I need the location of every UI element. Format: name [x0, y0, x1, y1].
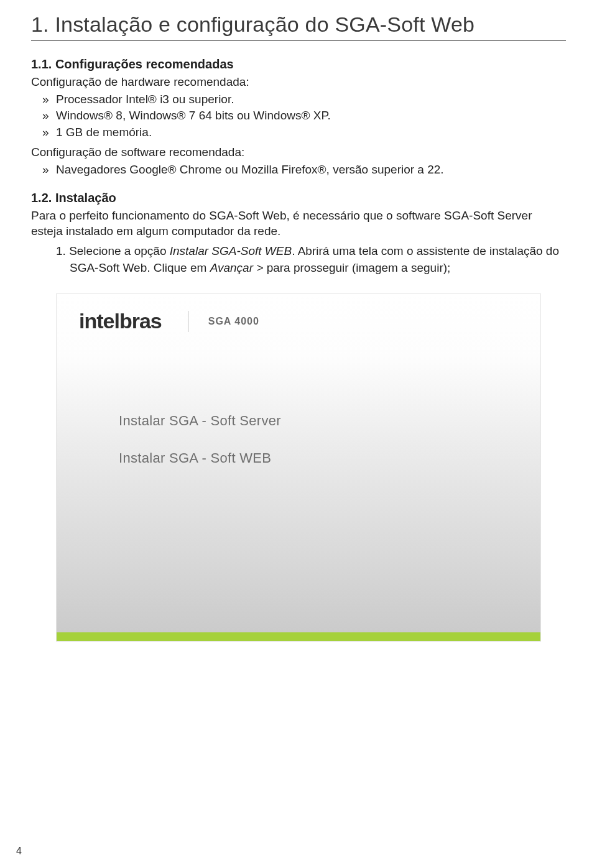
section-1-1-title: 1.1. Configurações recomendadas	[31, 57, 566, 72]
section-1-2-intro: Para o perfeito funcionamento do SGA-Sof…	[31, 208, 566, 239]
list-item: Processador Intel® i3 ou superior.	[31, 91, 566, 108]
section-1-2: 1.2. Instalação Para o perfeito funciona…	[31, 191, 566, 276]
hw-bullet-list: Processador Intel® i3 ou superior. Windo…	[31, 91, 566, 141]
page-title: 1. Instalação e configuração do SGA-Soft…	[31, 12, 566, 41]
section-1-1: 1.1. Configurações recomendadas Configur…	[31, 57, 566, 178]
step-1: 1. Selecione a opção Instalar SGA-Soft W…	[56, 243, 566, 276]
sw-config-intro: Configuração de software recomendada:	[31, 144, 566, 160]
divider	[188, 311, 188, 332]
step-text-c: para prosseguir (imagem a seguir);	[263, 261, 450, 274]
installer-window: intelbras SGA 4000 Instalar SGA - Soft S…	[56, 293, 541, 642]
list-item: Navegadores Google® Chrome ou Mozilla Fi…	[31, 162, 566, 178]
hw-config-intro: Configuração de hardware recomendada:	[31, 74, 566, 90]
product-name: SGA 4000	[208, 316, 259, 327]
brand-name: intelbras	[79, 309, 162, 333]
step-text-italic-2: Avançar >	[210, 261, 264, 274]
brand-logo: intelbras	[79, 309, 162, 333]
page-number: 4	[16, 846, 22, 857]
step-number: 1.	[56, 244, 69, 257]
install-web-option[interactable]: Instalar SGA - Soft WEB	[119, 450, 540, 466]
install-server-option[interactable]: Instalar SGA - Soft Server	[119, 413, 540, 429]
step-text-a: Selecione a opção	[69, 244, 170, 257]
numbered-list: 1. Selecione a opção Instalar SGA-Soft W…	[31, 243, 566, 276]
document-page: 1. Instalação e configuração do SGA-Soft…	[0, 0, 597, 868]
sw-bullet-list: Navegadores Google® Chrome ou Mozilla Fi…	[31, 162, 566, 178]
section-1-2-title: 1.2. Instalação	[31, 191, 566, 205]
list-item: Windows® 8, Windows® 7 64 bits ou Window…	[31, 108, 566, 124]
step-text-italic-1: Instalar SGA-Soft WEB	[170, 244, 292, 257]
installer-menu: Instalar SGA - Soft Server Instalar SGA …	[57, 413, 540, 466]
installer-footer-bar	[57, 632, 540, 641]
list-item: 1 GB de memória.	[31, 124, 566, 141]
installer-header: intelbras SGA 4000	[57, 294, 540, 344]
installer-screenshot: intelbras SGA 4000 Instalar SGA - Soft S…	[56, 293, 541, 642]
